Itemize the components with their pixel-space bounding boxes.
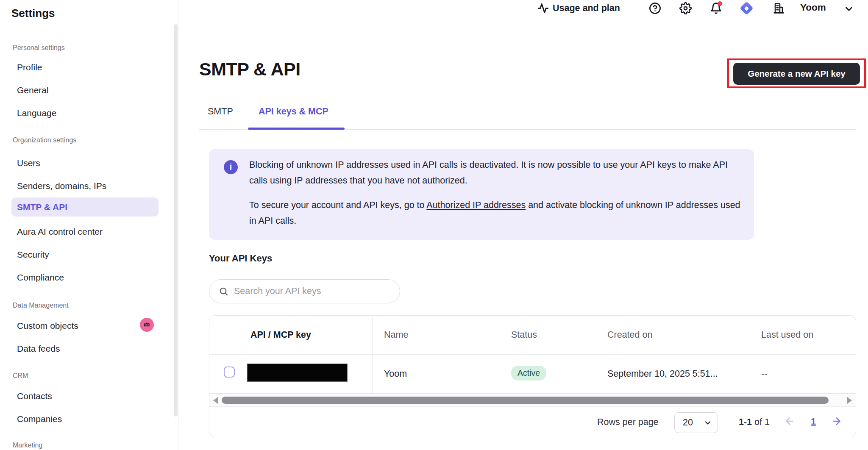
notification-dot bbox=[718, 1, 722, 6]
search-input[interactable] bbox=[234, 286, 387, 297]
account-name[interactable]: Yoom bbox=[800, 2, 826, 13]
api-keys-search[interactable] bbox=[209, 279, 400, 303]
pagination-range: 1-1of 1 bbox=[739, 417, 770, 428]
settings-page: Settings Personal settings Profile Gener… bbox=[0, 0, 868, 450]
sidebar-item-custom-objects[interactable]: Custom objects bbox=[17, 319, 78, 333]
sidebar-item-contacts[interactable]: Contacts bbox=[17, 389, 52, 403]
page-title: SMTP & API bbox=[199, 59, 300, 80]
column-header-created-on: Created on bbox=[607, 316, 652, 354]
cell-name: Yoom bbox=[384, 354, 407, 393]
active-tab-underline bbox=[248, 128, 345, 130]
cell-created-on: September 10, 2025 5:51... bbox=[607, 354, 718, 393]
status-badge: Active bbox=[511, 366, 546, 381]
scroll-right-arrow-icon[interactable] bbox=[847, 397, 852, 404]
tab-smtp[interactable]: SMTP bbox=[208, 106, 233, 117]
banner-p2-before: To secure your account and API keys, go … bbox=[249, 200, 426, 210]
banner-text: Blocking of unknown IP addresses used in… bbox=[249, 157, 745, 228]
building-icon[interactable] bbox=[772, 1, 785, 15]
sidebar-item-users[interactable]: Users bbox=[17, 156, 40, 170]
rows-per-page-value: 20 bbox=[683, 417, 693, 428]
scroll-left-arrow-icon[interactable] bbox=[213, 397, 218, 404]
section-label-data-management: Data Management bbox=[13, 302, 69, 309]
banner-paragraph-1: Blocking of unknown IP addresses used in… bbox=[249, 157, 745, 188]
authorized-ip-addresses-link[interactable]: Authorized IP addresses bbox=[426, 200, 526, 210]
sidebar-item-general[interactable]: General bbox=[17, 83, 49, 97]
horizontal-scrollbar bbox=[209, 394, 856, 406]
tab-api-keys-mcp[interactable]: API keys & MCP bbox=[259, 106, 328, 117]
usage-and-plan-label: Usage and plan bbox=[553, 3, 620, 14]
search-icon bbox=[219, 286, 228, 296]
section-label-crm: CRM bbox=[13, 372, 28, 380]
annotation-highlight-box: Generate a new API key bbox=[727, 58, 866, 88]
section-label-personal-settings: Personal settings bbox=[13, 44, 65, 52]
diamond-icon[interactable] bbox=[740, 1, 753, 15]
sidebar-item-aura-ai-control-center[interactable]: Aura AI control center bbox=[17, 225, 103, 239]
sidebar-title: Settings bbox=[11, 7, 55, 20]
column-header-last-used-on: Last used on bbox=[761, 316, 813, 354]
sidebar-scrollbar[interactable] bbox=[174, 24, 178, 417]
pagination-prev-arrow-icon[interactable] bbox=[784, 416, 795, 427]
generate-api-key-button[interactable]: Generate a new API key bbox=[733, 63, 860, 85]
sidebar-item-companies[interactable]: Companies bbox=[17, 412, 62, 426]
usage-and-plan-button[interactable]: Usage and plan bbox=[537, 1, 620, 15]
pagination-next-arrow-icon[interactable] bbox=[831, 416, 842, 427]
pagination-range-rest: of 1 bbox=[754, 417, 770, 427]
api-key-redacted-value bbox=[247, 364, 348, 382]
column-header-status: Status bbox=[511, 316, 537, 354]
bell-icon[interactable] bbox=[709, 1, 723, 15]
info-icon: i bbox=[224, 160, 238, 174]
scrollbar-thumb[interactable] bbox=[222, 397, 829, 404]
your-api-keys-heading: Your API Keys bbox=[209, 253, 272, 264]
sidebar-item-senders-domains-ips[interactable]: Senders, domains, IPs bbox=[17, 179, 106, 193]
sidebar-item-smtp-api[interactable]: SMTP & API bbox=[11, 197, 159, 217]
activity-icon bbox=[537, 3, 549, 14]
pagination-page-1[interactable]: 1 bbox=[811, 417, 816, 427]
settings-sidebar: Settings Personal settings Profile Gener… bbox=[0, 0, 178, 450]
sidebar-item-data-feeds[interactable]: Data feeds bbox=[17, 342, 60, 356]
banner-paragraph-2: To secure your account and API keys, go … bbox=[249, 197, 745, 228]
api-keys-table: API / MCP key Name Status Created on Las… bbox=[209, 315, 856, 437]
sidebar-item-security[interactable]: Security bbox=[17, 247, 49, 262]
sidebar-item-profile[interactable]: Profile bbox=[17, 60, 42, 75]
cell-last-used-on: -- bbox=[761, 354, 767, 393]
row-checkbox[interactable] bbox=[224, 367, 235, 378]
scroll-strip-divider bbox=[209, 406, 856, 407]
rows-per-page-select[interactable]: 20 bbox=[674, 412, 718, 433]
rows-per-page-label: Rows per page bbox=[597, 417, 659, 428]
table-row: Yoom Active September 10, 2025 5:51... -… bbox=[209, 354, 856, 393]
column-header-name: Name bbox=[384, 316, 408, 354]
pagination-range-bold: 1-1 bbox=[739, 417, 752, 427]
ip-blocking-info-banner: i Blocking of unknown IP addresses used … bbox=[209, 149, 754, 240]
column-header-api-mcp-key: API / MCP key bbox=[250, 316, 311, 354]
select-chevron-down-icon bbox=[704, 419, 712, 427]
help-icon[interactable] bbox=[648, 1, 662, 15]
crown-icon bbox=[140, 318, 154, 332]
section-label-marketing: Marketing bbox=[13, 442, 42, 449]
sidebar-item-language[interactable]: Language bbox=[17, 106, 56, 120]
sidebar-item-compliance[interactable]: Compliance bbox=[17, 270, 64, 285]
chevron-down-icon[interactable] bbox=[843, 3, 854, 14]
gear-icon[interactable] bbox=[679, 1, 692, 15]
section-label-organization-settings: Organization settings bbox=[13, 136, 76, 144]
